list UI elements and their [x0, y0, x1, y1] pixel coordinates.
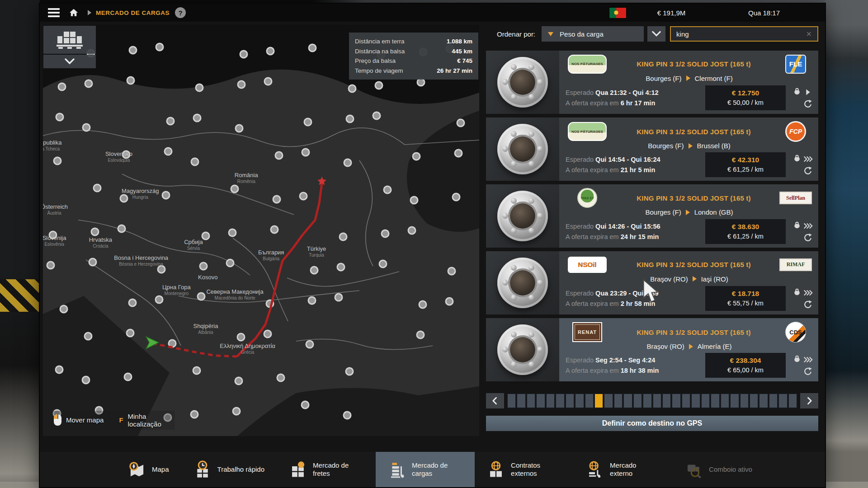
route-cities: Bourges (F) London (GB): [566, 208, 813, 216]
map-legend: Mover mapa F Minha localização: [50, 411, 175, 430]
receiver-company-logo: FCP: [785, 121, 806, 142]
urgency-icon: [803, 154, 813, 164]
page-tick[interactable]: [760, 394, 767, 408]
page-tick[interactable]: [634, 394, 642, 408]
price-box: € 238.304 € 65,00 / km: [705, 353, 786, 378]
portugal-flag: [609, 8, 626, 18]
page-tick[interactable]: [731, 394, 738, 408]
next-page-button[interactable]: [800, 393, 818, 408]
nav-mercado-externo[interactable]: Mercado externo: [574, 452, 673, 487]
route-info-row: Tempo de viagem 26 hr 27 min: [355, 66, 472, 76]
page-tick[interactable]: [576, 394, 583, 408]
page-tick[interactable]: [789, 394, 797, 408]
receiver-company-logo: SellPlan: [779, 192, 812, 204]
expected-time: Esperado Seg 2:54 - Seg 4:24: [566, 355, 705, 365]
search-input[interactable]: [675, 30, 805, 38]
breadcrumb-arrow-icon: [88, 10, 91, 15]
sort-dropdown[interactable]: Peso da carga: [542, 26, 644, 42]
map-panel-collapse-button[interactable]: [43, 55, 96, 68]
my-location-label: Minha localização: [128, 413, 171, 428]
page-tick[interactable]: [653, 394, 661, 408]
page-tick[interactable]: [604, 394, 612, 408]
page-tick[interactable]: [643, 394, 651, 408]
destination-city: Clermont (F): [695, 75, 733, 82]
route-map[interactable]: á republika blica Tcheca Slovensko Eslov…: [43, 25, 479, 436]
page-tick[interactable]: [682, 394, 690, 408]
page-tick[interactable]: [663, 394, 670, 408]
nav-item-label: Mapa: [152, 465, 169, 474]
nav-item-label: Comboio ativo: [709, 465, 752, 474]
page-tick[interactable]: [721, 394, 729, 408]
page-tick[interactable]: [779, 394, 787, 408]
route-info-row: Distância na balsa 445 km: [355, 47, 472, 56]
cargo-offer-card[interactable]: NOS PÂTURAGES KING PIN 3 1/2 SOLID JOST …: [486, 51, 818, 114]
page-tick[interactable]: [672, 394, 680, 408]
origin-city: Braşov (RO): [650, 275, 688, 283]
route-arrow-icon: [686, 210, 690, 215]
cargo-price: € 38.630: [705, 221, 786, 232]
nav-mercado-de-fretes[interactable]: Mercado de fretes: [277, 452, 376, 487]
offer-expiry: A oferta expira em 6 hr 17 min: [566, 98, 705, 108]
nav-mercado-de-cargas[interactable]: Mercado de cargas: [376, 452, 475, 487]
cargo-offer-card[interactable]: RENAT KING PIN 3 1/2 SOLID JOST (165 t) …: [486, 318, 818, 381]
cargo-offer-card[interactable]: NOS PÂTURAGES KING PIN 3 1/2 SOLID JOST …: [486, 117, 818, 181]
expected-time: Esperado Qua 23:29 - Qui 3:39: [566, 288, 705, 298]
route-info-value: 445 km: [452, 47, 472, 56]
nav-item-icon: [586, 460, 604, 479]
cargo-offer-card[interactable]: NSOil KING PIN 3 1/2 SOLID JOST (165 t) …: [486, 251, 818, 314]
page-tick[interactable]: [517, 394, 525, 408]
page-tick[interactable]: [595, 394, 603, 408]
page-tick[interactable]: [702, 394, 709, 408]
page-tick[interactable]: [741, 394, 748, 408]
nav-trabalho-rapido[interactable]: Trabalho rápido: [181, 452, 277, 487]
page-tick[interactable]: [547, 394, 554, 408]
destination-city: Almería (E): [698, 343, 732, 350]
nav-contratos-externos[interactable]: Contratos externos: [475, 452, 574, 487]
page-tick[interactable]: [585, 394, 593, 408]
offers-list: NOS PÂTURAGES KING PIN 3 1/2 SOLID JOST …: [486, 51, 818, 381]
page-tick[interactable]: [614, 394, 622, 408]
home-icon[interactable]: [67, 7, 80, 19]
page-tick[interactable]: [769, 394, 777, 408]
sender-company-logo: TREE ET: [577, 188, 597, 208]
expected-time: Esperado Qui 14:26 - Qui 15:56: [566, 221, 705, 231]
route-cities: Bourges (F) Brussel (B): [566, 142, 813, 150]
route-info-value: 1.088 km: [447, 37, 472, 47]
urgency-icon: [803, 355, 813, 365]
page-tick[interactable]: [527, 394, 535, 408]
urgency-icon: [803, 288, 813, 298]
breadcrumb: MERCADO DE CARGAS: [96, 9, 170, 16]
cargo-select-button[interactable]: [43, 26, 96, 54]
cargo-price: € 18.718: [705, 288, 786, 299]
page-tick[interactable]: [566, 394, 574, 408]
page-tick[interactable]: [537, 394, 544, 408]
set-gps-destination-button[interactable]: Definir como destino no GPS: [486, 416, 818, 431]
menu-icon[interactable]: [48, 8, 60, 17]
help-icon[interactable]: ?: [175, 7, 186, 18]
hazard-stripes: [0, 279, 40, 312]
cargo-offer-card[interactable]: TREE ET KING PIN 3 1/2 SOLID JOST (165 t…: [486, 184, 818, 248]
route-info-label: Preço da balsa: [355, 56, 396, 66]
route-info-row: Preço da balsa € 745: [355, 56, 472, 66]
route-cities: Braşov (RO) Almería (E): [566, 343, 813, 350]
return-job-icon: [803, 166, 813, 176]
prev-page-button[interactable]: [486, 393, 504, 408]
chevron-right-icon: [805, 396, 814, 406]
page-tick[interactable]: [508, 394, 515, 408]
cargo-market-window: MERCADO DE CARGAS ? € 191,9M Qua 18:17: [40, 4, 825, 487]
page-tick[interactable]: [556, 394, 564, 408]
nav-item-icon: [128, 460, 146, 479]
nav-item-icon: [193, 460, 212, 479]
sort-expand-button[interactable]: [647, 26, 665, 42]
nav-mapa[interactable]: Mapa: [116, 452, 181, 487]
offer-expiry: A oferta expira em 24 hr 15 min: [566, 232, 705, 242]
destination-city: Iaşi (RO): [701, 275, 728, 283]
page-tick[interactable]: [750, 394, 758, 408]
page-tick[interactable]: [624, 394, 632, 408]
page-tick[interactable]: [711, 394, 719, 408]
route-info-box: Distância em terra 1.088 km Distância na…: [349, 33, 478, 80]
garage-wall-top: [0, 0, 868, 4]
king-pin-image: [497, 57, 548, 108]
clear-search-icon[interactable]: ✕: [805, 30, 813, 38]
page-tick[interactable]: [692, 394, 699, 408]
